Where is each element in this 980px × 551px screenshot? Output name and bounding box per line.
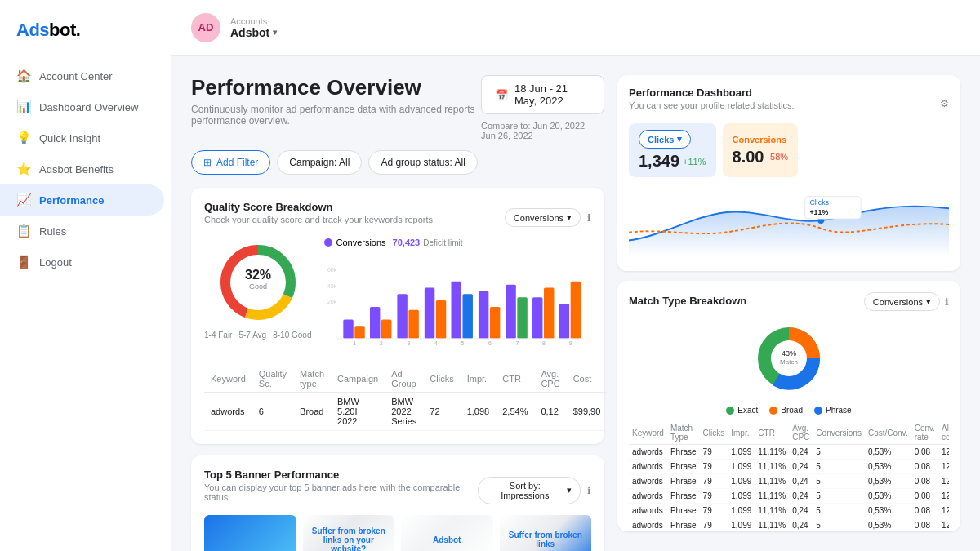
- phrase-legend-dot: [814, 407, 822, 415]
- bar-chart-svg: 60k 40k 20k: [324, 251, 591, 357]
- quality-score-subtitle: Check your quality score and track your …: [204, 215, 435, 224]
- svg-text:Clicks: Clicks: [809, 198, 829, 207]
- date-range-picker[interactable]: 📅 18 Jun - 21 May, 2022: [481, 75, 604, 114]
- svg-rect-13: [398, 294, 408, 338]
- sidebar-item-label: Dashboard Overview: [39, 101, 138, 113]
- svg-rect-14: [409, 310, 419, 339]
- clicks-value: 1,349: [639, 152, 679, 171]
- phrase-legend-label: Phrase: [826, 406, 852, 415]
- broad-legend-item: Broad: [769, 406, 803, 415]
- performance-icon: 📈: [16, 193, 31, 207]
- right-panel: Performance Dashboard You can see your p…: [617, 75, 960, 531]
- svg-text:4: 4: [434, 340, 438, 346]
- banner-sort-dropdown[interactable]: Sort by: Impressions ▾: [478, 477, 581, 504]
- sidebar-item-rules[interactable]: 📋 Rules: [0, 216, 164, 247]
- main-wrapper: AD Accounts Adsbot ▾ Performance Overvie…: [172, 0, 980, 551]
- conv-legend: Conversions 70,423 Deficit limit: [324, 238, 591, 247]
- clicks-stat-box: Clicks ▾ 1,349 +11%: [629, 123, 716, 177]
- sidebar-item-label: Logout: [39, 256, 72, 269]
- quality-score-content: 32% Good 1-4 Fair5-7 Avg8-10 Good Conve: [204, 238, 591, 359]
- chevron-down-icon: ▾: [273, 28, 277, 37]
- broad-legend-label: Broad: [781, 406, 803, 415]
- banner-thumb-2: Suffer from broken links on your website…: [303, 515, 395, 551]
- filter-icon: ⊞: [203, 157, 212, 168]
- quality-score-dropdown[interactable]: Conversions ▾: [505, 208, 581, 227]
- svg-text:2: 2: [380, 340, 383, 346]
- clicks-dropdown[interactable]: Clicks ▾: [639, 130, 691, 149]
- svg-rect-22: [518, 297, 528, 339]
- ad-group-status-filter-button[interactable]: Ad group status: All: [368, 150, 477, 175]
- quality-score-title: Quality Score Breakdown: [204, 201, 435, 213]
- sidebar-item-label: Account Center: [39, 70, 113, 82]
- banner-item-1: Impressions 1,099: [204, 515, 296, 551]
- table-row: adwordsPhrase791,09911,11%0,2450,53%0,08…: [629, 518, 949, 532]
- svg-rect-16: [436, 300, 446, 339]
- table-header-adgroup: Ad Group: [385, 366, 423, 393]
- conversions-stat-label: Conversions: [733, 135, 789, 144]
- conversions-stat-pct: -58%: [767, 152, 788, 162]
- page-subtitle: Continuously monitor ad performance data…: [191, 104, 481, 127]
- top-header: AD Accounts Adsbot ▾: [172, 0, 980, 56]
- table-header-campaign: Campaign: [331, 366, 385, 393]
- svg-rect-26: [571, 282, 581, 339]
- broad-legend-dot: [769, 407, 777, 415]
- perf-dash-title: Performance Dashboard: [629, 87, 795, 99]
- sidebar-item-logout[interactable]: 🚪 Logout: [0, 247, 164, 278]
- pie-chart-area: 43% Match: [629, 318, 949, 399]
- svg-text:7: 7: [516, 340, 519, 346]
- svg-rect-25: [559, 304, 569, 339]
- sidebar-item-dashboard-overview[interactable]: 📊 Dashboard Overview: [0, 91, 164, 122]
- table-header-match: Match type: [293, 366, 331, 393]
- conversions-stat-value: 8.00: [733, 148, 764, 167]
- svg-rect-19: [479, 291, 488, 338]
- sidebar-item-quick-insight[interactable]: 💡 Quick Insight: [0, 122, 164, 153]
- accounts-label: Accounts: [230, 16, 277, 26]
- svg-rect-23: [532, 297, 542, 339]
- svg-text:8: 8: [543, 340, 546, 346]
- sidebar: Adsbot. 🏠 Account Center 📊 Dashboard Ove…: [0, 0, 172, 551]
- svg-rect-15: [425, 288, 434, 339]
- banner-thumb-1: [204, 515, 296, 551]
- performance-line-chart: Clicks +11%: [629, 184, 949, 257]
- svg-text:20k: 20k: [327, 299, 337, 304]
- quality-score-header: Quality Score Breakdown Check your quali…: [204, 201, 591, 234]
- svg-rect-12: [381, 319, 391, 338]
- filter-bar: ⊞ Add Filter Campaign: All Ad group stat…: [191, 150, 604, 175]
- banner-subtitle: You can display your top 5 banner ads he…: [204, 482, 478, 502]
- sidebar-item-performance[interactable]: 📈 Performance: [0, 184, 164, 216]
- match-type-title: Match Type Breakdown: [629, 295, 746, 307]
- add-filter-button[interactable]: ⊞ Add Filter: [191, 150, 270, 175]
- date-range-section: 📅 18 Jun - 21 May, 2022 Compare to: Jun …: [481, 75, 604, 140]
- table-header-cost: Cost: [567, 366, 608, 393]
- banner-item-4: Suffer from broken links Impressions 47,…: [500, 515, 592, 551]
- sidebar-item-adsbot-benefits[interactable]: ⭐ Adsbot Benefits: [0, 153, 164, 184]
- logout-icon: 🚪: [16, 255, 31, 269]
- sidebar-item-label: Performance: [39, 194, 104, 207]
- table-header-avgcpc: Avg. CPC: [534, 366, 566, 393]
- exact-legend-item: Exact: [726, 406, 758, 415]
- banner-thumb-3: Adsbot: [401, 515, 493, 551]
- table-row: adwordsPhrase791,09911,11%0,2450,53%0,08…: [629, 460, 949, 474]
- svg-text:9: 9: [569, 340, 572, 346]
- match-type-dropdown[interactable]: Conversions ▾: [864, 292, 940, 311]
- compare-date-text: Compare to: Jun 20, 2022 - Jun 26, 2022: [481, 121, 604, 140]
- conversions-legend-dot: [324, 238, 332, 247]
- campaign-filter-button[interactable]: Campaign: All: [277, 150, 362, 175]
- logo: Adsbot.: [0, 13, 171, 60]
- account-name[interactable]: Adsbot ▾: [230, 26, 277, 39]
- donut-legend: 1-4 Fair5-7 Avg8-10 Good: [204, 331, 311, 340]
- sidebar-item-account-center[interactable]: 🏠 Account Center: [0, 60, 164, 91]
- clicks-pct: +11%: [683, 157, 706, 167]
- table-row: adwordsPhrase791,09911,11%0,2450,53%0,08…: [629, 489, 949, 504]
- table-row: adwordsPhrase791,09911,11%0,2450,53%0,08…: [629, 445, 949, 460]
- svg-rect-11: [370, 307, 380, 339]
- table-row: adwordsPhrase791,09911,11%0,2450,53%0,08…: [629, 474, 949, 489]
- table-header-keyword: Keyword: [204, 366, 252, 393]
- svg-text:1: 1: [354, 340, 357, 346]
- svg-text:40k: 40k: [327, 283, 337, 289]
- pie-legend: Exact Broad Phrase: [629, 406, 949, 415]
- chevron-down-icon: ▾: [926, 296, 931, 307]
- sidebar-item-label: Rules: [39, 225, 66, 238]
- svg-rect-17: [452, 282, 461, 339]
- match-type-table-wrapper: Keyword Match Type Clicks Impr. CTR Avg.…: [629, 421, 949, 531]
